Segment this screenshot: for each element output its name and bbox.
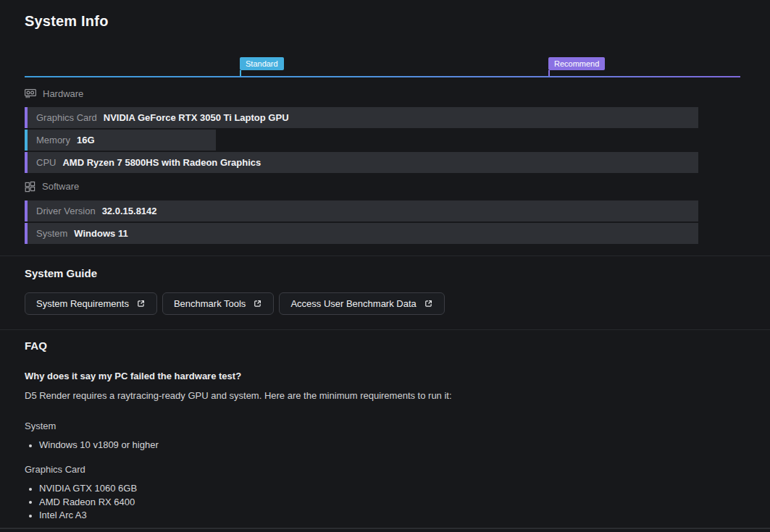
row-label: Graphics Card: [36, 112, 97, 123]
row-memory: Memory 16G: [25, 130, 216, 151]
faq-gpu-list: NVIDIA GTX 1060 6GB AMD Radeon RX 6400 I…: [26, 482, 137, 523]
system-guide-title: System Guide: [25, 267, 97, 279]
hardware-section-header: Hardware: [24, 87, 83, 100]
section-divider: [0, 256, 770, 256]
external-link-icon: [424, 299, 433, 308]
list-item: AMD Radeon RX 6400: [26, 496, 137, 510]
row-driver-version: Driver Version 32.0.15.8142: [25, 200, 698, 221]
hardware-rows: Graphics Card NVIDIA GeForce RTX 3050 Ti…: [25, 107, 698, 173]
access-user-benchmark-data-button[interactable]: Access User Benchmark Data: [279, 292, 444, 315]
software-section-header: Software: [24, 180, 79, 193]
faq-gpu-heading: Graphics Card: [25, 464, 85, 475]
row-value: AMD Ryzen 7 5800HS with Radeon Graphics: [62, 157, 261, 168]
external-link-icon: [253, 299, 262, 308]
list-item: NVIDIA GTX 1060 6GB: [26, 482, 137, 496]
external-link-icon: [136, 299, 146, 308]
grid-icon: [24, 180, 36, 193]
row-label: System: [36, 228, 67, 239]
bottom-divider: [0, 528, 770, 529]
faq-answer: D5 Render requires a raytracing-ready GP…: [25, 390, 452, 401]
system-guide-buttons: System Requirements Benchmark Tools Acce…: [25, 292, 445, 315]
spec-meter: Standard Recommend: [0, 57, 770, 79]
recommend-marker-badge: Recommend: [548, 57, 605, 70]
faq-system-list: Windows 10 v1809 or higher: [26, 439, 159, 452]
row-value: Windows 11: [74, 228, 127, 239]
system-requirements-button[interactable]: System Requirements: [25, 292, 157, 315]
row-label: Driver Version: [36, 206, 96, 216]
faq-system-heading: System: [25, 421, 56, 431]
gpu-card-icon: [24, 87, 37, 100]
standard-marker-badge: Standard: [240, 57, 284, 70]
hardware-section-label: Hardware: [43, 88, 83, 99]
recommend-marker-tick: [548, 70, 550, 76]
standard-marker-tick: [240, 70, 241, 76]
row-value: 32.0.15.8142: [102, 206, 157, 216]
row-system: System Windows 11: [25, 223, 698, 244]
page-title: System Info: [25, 13, 109, 30]
button-label: Benchmark Tools: [174, 298, 246, 309]
row-cpu: CPU AMD Ryzen 7 5800HS with Radeon Graph…: [25, 152, 698, 173]
row-value: NVIDIA GeForce RTX 3050 Ti Laptop GPU: [104, 112, 289, 123]
list-item: Intel Arc A3: [26, 509, 137, 523]
benchmark-tools-button[interactable]: Benchmark Tools: [162, 292, 274, 315]
row-label: CPU: [36, 157, 56, 168]
row-value: 16G: [77, 135, 95, 145]
list-item: Windows 10 v1809 or higher: [26, 439, 159, 452]
row-label: Memory: [36, 135, 70, 145]
software-rows: Driver Version 32.0.15.8142 System Windo…: [25, 200, 698, 244]
faq-question: Why does it say my PC failed the hardwar…: [25, 371, 241, 381]
spec-meter-line: [25, 76, 740, 77]
software-section-label: Software: [42, 181, 79, 192]
faq-title: FAQ: [25, 339, 47, 352]
section-divider: [0, 329, 770, 330]
button-label: System Requirements: [36, 298, 129, 309]
row-graphics-card: Graphics Card NVIDIA GeForce RTX 3050 Ti…: [25, 107, 698, 128]
button-label: Access User Benchmark Data: [290, 298, 416, 309]
